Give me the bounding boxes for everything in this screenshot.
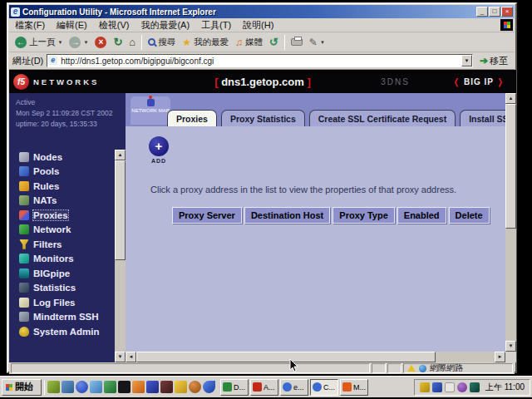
hostname-text: dns1.getop.com bbox=[219, 76, 308, 88]
minimize-button[interactable]: _ bbox=[476, 7, 488, 17]
back-button[interactable]: ← 上一頁 ▼ bbox=[12, 35, 66, 50]
media-button[interactable]: ♫ 媒體 bbox=[232, 35, 266, 50]
menu-file[interactable]: 檔案(F) bbox=[9, 18, 51, 32]
sidebar-item-rules[interactable]: Rules bbox=[9, 179, 115, 194]
taskbar-window-button-active[interactable]: C... bbox=[310, 379, 338, 396]
main-frame: NETWORK MAP Proxies Proxy Statistics Cre… bbox=[126, 93, 516, 362]
quick-launch-icon[interactable] bbox=[76, 381, 88, 393]
taskbar-window-button[interactable]: M... bbox=[340, 379, 368, 396]
address-label: 網址(D) bbox=[12, 55, 43, 67]
address-input[interactable] bbox=[47, 54, 473, 67]
favorites-button[interactable]: ★ 我的最愛 bbox=[179, 35, 232, 50]
home-icon: ⌂ bbox=[129, 36, 135, 48]
tray-icon[interactable] bbox=[470, 382, 480, 392]
sidebar-scrollbar[interactable]: ▲ ▼ bbox=[115, 150, 126, 362]
sidebar-item-pools[interactable]: Pools bbox=[9, 165, 115, 180]
sidebar-item-mindterm-ssh[interactable]: Mindterm SSH bbox=[9, 310, 115, 325]
horizontal-scrollbar[interactable]: ◄ ► bbox=[126, 352, 505, 362]
sidebar-item-filters[interactable]: Filters bbox=[9, 237, 115, 252]
tab-proxy-statistics[interactable]: Proxy Statistics bbox=[221, 110, 305, 126]
vertical-scrollbar[interactable]: ▲ ▼ bbox=[505, 93, 516, 352]
column-header-proxy-type[interactable]: Proxy Type bbox=[332, 207, 395, 224]
quick-launch-icon[interactable] bbox=[90, 381, 102, 393]
system-status-block: Active Mon Sep 2 11:09:28 CST 2002 uptim… bbox=[9, 93, 126, 135]
taskbar-clock[interactable]: 上午 11:00 bbox=[485, 382, 525, 393]
app-icon bbox=[313, 382, 322, 392]
quick-launch-icon[interactable] bbox=[189, 381, 201, 393]
sidebar-item-system-admin[interactable]: System Admin bbox=[9, 324, 115, 339]
taskbar-window-button[interactable]: e... bbox=[280, 379, 308, 396]
home-button[interactable]: ⌂ bbox=[126, 34, 139, 50]
scrollbar-thumb[interactable] bbox=[136, 352, 436, 362]
menu-tools[interactable]: 工具(T) bbox=[195, 18, 237, 32]
forward-button[interactable]: → ▼ bbox=[66, 35, 91, 50]
quick-launch-icon[interactable] bbox=[203, 381, 215, 393]
menu-favorites[interactable]: 我的最愛(A) bbox=[135, 18, 195, 32]
refresh-button[interactable]: ↻ bbox=[110, 34, 126, 50]
favorites-star-icon: ★ bbox=[182, 37, 191, 48]
column-header-proxy-server[interactable]: Proxy Server bbox=[172, 207, 242, 224]
sidebar-item-label: Mindterm SSH bbox=[33, 312, 99, 322]
tray-icon[interactable] bbox=[457, 382, 467, 392]
start-button[interactable]: 開始 bbox=[2, 379, 42, 396]
menu-edit[interactable]: 編輯(E) bbox=[51, 18, 93, 32]
edit-dropdown-icon[interactable]: ▼ bbox=[320, 40, 325, 45]
quick-launch-icon[interactable] bbox=[62, 381, 74, 393]
taskbar-window-button[interactable]: A... bbox=[250, 379, 278, 396]
menu-bar: 檔案(F) 編輯(E) 檢視(V) 我的最愛(A) 工具(T) 說明(H) bbox=[9, 18, 515, 32]
sidebar-item-log-files[interactable]: Log Files bbox=[9, 295, 115, 310]
tab-proxies[interactable]: Proxies bbox=[167, 110, 217, 126]
scroll-right-icon[interactable]: ► bbox=[495, 352, 505, 362]
tray-icon[interactable] bbox=[432, 382, 442, 392]
network-map-button[interactable]: NETWORK MAP bbox=[131, 96, 170, 125]
sidebar-item-nodes[interactable]: Nodes bbox=[9, 150, 115, 165]
back-dropdown-icon[interactable]: ▼ bbox=[58, 40, 63, 45]
scroll-up-icon[interactable]: ▲ bbox=[115, 150, 126, 160]
forward-icon: → bbox=[69, 37, 81, 48]
taskbar-window-button[interactable]: D... bbox=[220, 379, 249, 396]
product-bigip: ❬ BIG IP ❭ bbox=[453, 77, 505, 86]
sidebar-item-nats[interactable]: NATs bbox=[9, 194, 115, 209]
sidebar-item-monitors[interactable]: Monitors bbox=[9, 252, 115, 267]
sidebar-item-statistics[interactable]: Statistics bbox=[9, 281, 115, 296]
quick-launch-icon[interactable] bbox=[118, 381, 131, 393]
scroll-up-icon[interactable]: ▲ bbox=[505, 93, 516, 104]
search-label: 搜尋 bbox=[158, 37, 175, 48]
scroll-down-icon[interactable]: ▼ bbox=[115, 352, 126, 362]
quick-launch-icon[interactable] bbox=[47, 381, 60, 393]
sidebar-item-bigpipe[interactable]: BIGpipe bbox=[9, 266, 115, 281]
scroll-down-icon[interactable]: ▼ bbox=[505, 341, 516, 352]
history-button[interactable]: ↺ bbox=[266, 34, 282, 50]
column-header-delete[interactable]: Delete bbox=[449, 207, 490, 224]
menu-view[interactable]: 檢視(V) bbox=[93, 18, 135, 32]
scrollbar-thumb[interactable] bbox=[505, 104, 516, 229]
tab-install-ssl-certificate[interactable]: Install SSL Certifi bbox=[460, 110, 505, 126]
tab-create-ssl-certificate-request[interactable]: Create SSL Certificate Request bbox=[309, 110, 456, 126]
sidebar-item-network[interactable]: Network bbox=[9, 223, 115, 238]
forward-dropdown-icon[interactable]: ▼ bbox=[83, 40, 88, 45]
column-header-destination-host[interactable]: Destination Host bbox=[244, 207, 330, 224]
scroll-left-icon[interactable]: ◄ bbox=[126, 352, 136, 362]
tray-icon[interactable] bbox=[445, 382, 455, 392]
print-button[interactable] bbox=[288, 37, 306, 47]
quick-launch-icon[interactable] bbox=[104, 381, 116, 393]
edit-button[interactable]: ✎ ▼ bbox=[306, 35, 328, 50]
quick-launch-icon[interactable] bbox=[146, 381, 159, 393]
address-dropdown-icon[interactable]: ▼ bbox=[461, 55, 472, 66]
sidebar-item-proxies[interactable]: Proxies bbox=[9, 208, 115, 223]
tray-icon[interactable] bbox=[420, 382, 430, 392]
close-button[interactable]: × bbox=[501, 7, 513, 17]
maximize-button[interactable]: □ bbox=[489, 7, 500, 17]
go-button[interactable]: ➔ 移至 bbox=[476, 55, 511, 67]
quick-launch-icon[interactable] bbox=[175, 381, 187, 393]
quick-launch-icon[interactable] bbox=[160, 381, 173, 393]
scrollbar-thumb[interactable] bbox=[115, 160, 126, 260]
sidebar-item-label: Filters bbox=[33, 239, 62, 249]
add-button[interactable]: + bbox=[149, 136, 169, 156]
app-icon bbox=[283, 382, 292, 392]
quick-launch-icon[interactable] bbox=[132, 381, 145, 393]
menu-help[interactable]: 說明(H) bbox=[237, 18, 279, 32]
search-button[interactable]: 搜尋 bbox=[145, 35, 179, 50]
column-header-enabled[interactable]: Enabled bbox=[397, 207, 446, 224]
stop-button[interactable]: × bbox=[91, 35, 110, 50]
